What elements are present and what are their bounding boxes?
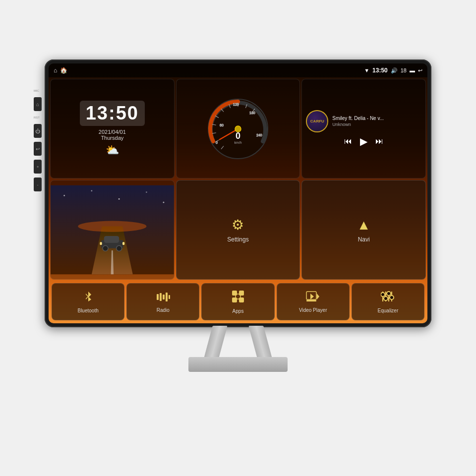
svg-point-57 (390, 296, 394, 299)
music-controls: ⏮ ▶ ⏭ (306, 135, 421, 147)
svg-point-33 (117, 245, 122, 251)
svg-rect-38 (163, 295, 165, 299)
video-icon (306, 291, 320, 305)
settings-icon: ⚙ (232, 217, 244, 233)
rst-label: RST (34, 116, 42, 119)
app-item-equalizer[interactable]: Equalizer (352, 283, 424, 320)
navi-label: Navi (358, 236, 370, 243)
bluetooth-label: Bluetooth (77, 308, 98, 313)
svg-point-24 (146, 191, 147, 193)
settings-label: Settings (227, 236, 248, 243)
svg-rect-37 (160, 293, 162, 301)
play-button[interactable]: ▶ (360, 135, 367, 147)
svg-marker-48 (310, 294, 314, 299)
svg-point-54 (381, 293, 385, 297)
app-item-bluetooth[interactable]: Bluetooth (52, 283, 124, 320)
equalizer-icon (381, 291, 395, 305)
svg-point-22 (91, 190, 93, 191)
svg-text:240: 240 (256, 133, 262, 137)
clock-date: 2021/04/01 (99, 129, 126, 135)
svg-rect-42 (239, 291, 244, 296)
app-item-radio[interactable]: Radio (126, 283, 199, 320)
music-album-art: CARFU (306, 110, 328, 132)
app-item-apps[interactable]: Apps (201, 283, 274, 320)
bottom-app-row: Bluetooth Radio (49, 281, 427, 323)
back-side-button[interactable]: ↩ (34, 142, 42, 156)
clock-day: Thursday (101, 135, 123, 141)
weather-icon: ⛅ (106, 144, 119, 157)
music-info: Smiley ft. Delia - Ne v... Unknown (332, 116, 421, 127)
equalizer-label: Equalizer (378, 308, 399, 313)
device-frame: MIC ⌂ RST ⏻ ↩ + - ⌂ 🏠 (45, 60, 431, 327)
svg-rect-39 (166, 293, 168, 301)
back-icon: ↩ (418, 67, 422, 74)
clock-time: 13:50 (80, 101, 145, 126)
svg-rect-41 (232, 291, 237, 296)
svg-point-23 (119, 198, 120, 200)
status-left-icons: ⌂ 🏠 (54, 67, 67, 74)
bluetooth-icon (82, 291, 94, 305)
device-wrapper: MIC ⌂ RST ⏻ ↩ + - ⌂ 🏠 (40, 60, 436, 416)
apps-label: Apps (233, 308, 244, 314)
stand-base (188, 357, 288, 372)
screen: ⌂ 🏠 ▼ 13:50 🔊 18 ▬ ↩ 13:50 2021/04/01 (49, 63, 427, 323)
volume-icon: 🔊 (391, 67, 398, 74)
home-icon: ⌂ (54, 67, 57, 74)
stand-left-leg (204, 326, 227, 358)
svg-text:km/h: km/h (234, 141, 241, 144)
device-stand (183, 322, 293, 372)
wifi-icon: ▼ (364, 67, 369, 73)
main-content: 13:50 2021/04/01 Thursday ⛅ (49, 77, 427, 281)
svg-rect-43 (232, 298, 237, 302)
video-label: Video Player (299, 307, 327, 313)
mic-label: MIC (34, 89, 42, 92)
svg-rect-35 (122, 242, 124, 245)
radio-label: Radio (157, 307, 170, 313)
vol-up-side-button[interactable]: + (34, 160, 42, 174)
music-album-label: CARFU (310, 119, 324, 123)
apps-icon (232, 290, 244, 306)
next-button[interactable]: ⏭ (375, 137, 383, 146)
svg-rect-31 (104, 236, 119, 243)
svg-text:120: 120 (233, 103, 239, 106)
svg-rect-36 (157, 294, 159, 300)
navi-icon: ▲ (357, 217, 371, 233)
svg-rect-40 (169, 295, 170, 299)
svg-rect-44 (239, 298, 244, 302)
clock-widget: 13:50 2021/04/01 Thursday ⛅ (50, 79, 175, 178)
svg-text:0: 0 (216, 141, 218, 144)
stand-right-leg (248, 326, 272, 358)
screen-icon: ▬ (410, 67, 415, 73)
svg-text:180: 180 (249, 111, 255, 115)
app-item-video[interactable]: Video Player (277, 283, 350, 320)
settings-widget[interactable]: ⚙ Settings (176, 180, 300, 280)
home-side-button[interactable]: ⌂ (34, 97, 42, 111)
svg-point-55 (384, 297, 388, 300)
navi-widget[interactable]: ▲ Navi (301, 180, 426, 280)
svg-point-56 (387, 292, 391, 296)
music-title: Smiley ft. Delia - Ne v... (332, 116, 421, 121)
svg-point-25 (163, 202, 165, 203)
power-side-button[interactable]: ⏻ (34, 124, 42, 138)
music-widget: CARFU Smiley ft. Delia - Ne v... Unknown… (301, 79, 426, 178)
svg-rect-34 (100, 242, 102, 245)
side-buttons: MIC ⌂ RST ⏻ ↩ + - (34, 89, 42, 191)
svg-point-29 (78, 221, 146, 232)
svg-rect-49 (306, 300, 316, 301)
prev-button[interactable]: ⏮ (344, 137, 352, 146)
speedometer-svg: 0 60 120 180 240 0 km/h (206, 97, 270, 161)
road-widget (50, 180, 175, 280)
road-scene-svg (51, 180, 174, 279)
speedometer-widget: 0 60 120 180 240 0 km/h (176, 79, 300, 178)
vol-down-side-button[interactable]: - (34, 178, 42, 191)
music-artist: Unknown (332, 122, 421, 127)
status-right-area: ▼ 13:50 🔊 18 ▬ ↩ (364, 67, 422, 74)
battery-level: 18 (401, 67, 407, 73)
svg-text:60: 60 (220, 123, 224, 127)
house-icon: 🏠 (60, 67, 67, 74)
music-top: CARFU Smiley ft. Delia - Ne v... Unknown (306, 110, 421, 132)
svg-text:0: 0 (236, 131, 240, 141)
svg-point-21 (63, 195, 65, 196)
status-bar: ⌂ 🏠 ▼ 13:50 🔊 18 ▬ ↩ (49, 63, 427, 77)
svg-point-32 (103, 245, 108, 251)
